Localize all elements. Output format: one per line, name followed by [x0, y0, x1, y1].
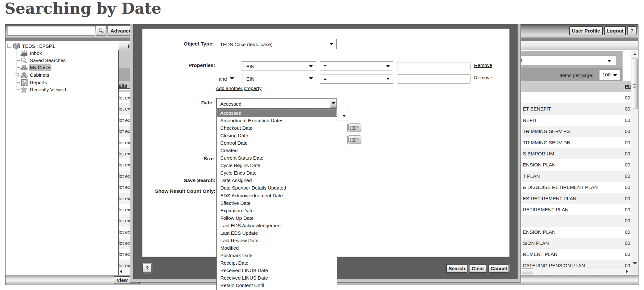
search-icon	[98, 28, 104, 34]
items-per-page-select[interactable]: 100	[599, 70, 620, 80]
date-option[interactable]: Follow Up Date	[217, 214, 337, 222]
object-type-select[interactable]: TEDS Case (teds_case)	[216, 39, 337, 49]
results-row[interactable]: SION PLAN 00	[521, 238, 631, 249]
date-option[interactable]: Date Assigned	[217, 177, 337, 184]
results-row[interactable]: RETIREMENT PLAN 00	[521, 204, 631, 215]
date-option[interactable]: Expiration Date	[217, 207, 337, 214]
result-plan-number: 00	[625, 249, 630, 260]
results-row[interactable]: ET BENEFIT 00	[521, 103, 631, 114]
logout-button[interactable]: Logout	[604, 26, 626, 35]
results-row[interactable]: TRIMMING SERV DB 00	[521, 137, 631, 148]
date-option[interactable]: Cycle Ends Date	[217, 169, 337, 177]
date-option[interactable]: EDS Acknowledgement Date	[217, 192, 337, 199]
page-title: Searching by Date	[5, 0, 161, 17]
result-plan-name: CATERING PENSION PLAN	[523, 260, 585, 268]
cancel-button[interactable]: Cancel	[488, 264, 509, 273]
results-row[interactable]: TRIMMING SERV PS 00	[521, 126, 631, 137]
results-row[interactable]: 00	[521, 92, 631, 103]
clear-button[interactable]: Clear	[469, 264, 487, 273]
date-option[interactable]: Date Sponsor Details Updated	[217, 184, 337, 191]
search-button[interactable]	[96, 26, 106, 36]
date-option[interactable]: Accessed	[217, 109, 337, 117]
scroll-up-icon[interactable]	[633, 53, 637, 55]
results-row[interactable]: ENSION PLAN 00	[521, 227, 631, 238]
results-scrollbar-thumb[interactable]	[632, 59, 638, 109]
date-property-combobox[interactable]: Accessed	[216, 98, 337, 109]
result-plan-number: 00	[625, 92, 630, 103]
date-option[interactable]: Retain Content Until	[217, 282, 337, 289]
search-submit-button[interactable]: Search	[446, 264, 468, 273]
scroll-left-icon[interactable]	[120, 270, 122, 273]
date-option[interactable]: Control Date	[217, 139, 337, 147]
results-row[interactable]: CATERING PENSION PLAN 00	[521, 260, 631, 268]
result-plan-name: ENSION PLAN	[523, 227, 556, 238]
results-row[interactable]: S EMPORIUM 00	[521, 148, 631, 159]
date-option[interactable]: Last Review Date	[217, 237, 337, 244]
tree-root-collapse-toggle[interactable]	[7, 44, 11, 48]
dialog-help-button[interactable]: ?	[142, 264, 152, 273]
date-option[interactable]: Created	[217, 147, 337, 154]
date-option[interactable]: Amendment Execution Dates	[217, 117, 337, 124]
view-button-label: View	[117, 277, 128, 283]
tree-item-cabinets[interactable]: Cabinets	[30, 72, 49, 78]
date-option[interactable]: Received LINUS Date	[217, 267, 337, 274]
calendar-button-to[interactable]	[348, 135, 361, 143]
property-value-input-2[interactable]	[397, 74, 470, 84]
date-option[interactable]: Receipt Date	[217, 259, 337, 267]
date-option[interactable]: Current Status Date	[217, 154, 337, 162]
conjunction-select[interactable]: and	[216, 74, 236, 83]
date-option[interactable]: Postmark Date	[217, 252, 337, 259]
property-select-2[interactable]: EIN	[242, 74, 316, 83]
remove-property-link-1[interactable]: Remove	[474, 62, 492, 68]
tree-item-root[interactable]: TEDS : EPSP1	[22, 43, 55, 49]
property-select-1[interactable]: EIN	[242, 61, 316, 71]
date-option[interactable]: Last EDS Acknowledgement	[217, 222, 337, 229]
results-rows: 00 ET BENEFIT 00 NEFIT 00 TRIMMING SERV …	[521, 92, 631, 268]
date-option[interactable]: Last EDS Update	[217, 229, 337, 237]
tree-item-reports[interactable]: Reports	[30, 80, 47, 85]
results-row[interactable]: REMENT PLAN 00	[521, 249, 631, 260]
help-button[interactable]: ?	[627, 26, 637, 35]
result-plan-number: 00	[625, 103, 630, 114]
results-column-header[interactable]: Pla	[521, 81, 631, 92]
show-result-count-label: Show Result Count Only:	[155, 188, 215, 194]
date-combobox-button[interactable]	[330, 99, 337, 108]
scroll-right-icon[interactable]	[626, 270, 628, 273]
add-another-property-link[interactable]: Add another property	[216, 86, 262, 91]
property-value-input-1[interactable]	[397, 62, 470, 71]
operator-select-1[interactable]: =	[320, 61, 393, 71]
result-plan-name: TRIMMING SERV PS	[523, 126, 570, 137]
result-plan-name: SION PLAN	[523, 238, 549, 249]
date-option[interactable]: Received LINUS Date	[217, 274, 337, 282]
cabinets-icon	[20, 71, 28, 79]
results-row[interactable]: ES RETIREMENT PLAN 00	[521, 193, 631, 204]
search-input[interactable]	[7, 26, 95, 36]
results-row[interactable]: T PLAN 00	[521, 171, 631, 182]
operator-select-2[interactable]: =	[320, 74, 393, 84]
logout-label: Logout	[607, 28, 624, 34]
remove-property-link-2[interactable]: Remove	[474, 75, 492, 80]
result-plan-number: 00	[625, 126, 630, 137]
results-row[interactable]: 00	[521, 215, 631, 226]
results-row[interactable]: NEFIT 00	[521, 115, 631, 126]
date-option[interactable]: Modified	[217, 244, 337, 252]
result-plan-number: 00	[625, 137, 630, 148]
tree-item-inbox[interactable]: Inbox	[30, 50, 42, 56]
date-option[interactable]: Cycle Begins Date	[217, 162, 337, 169]
results-row[interactable]: & DISGUISE RETIREMENT PLAN 00	[521, 182, 631, 193]
date-option[interactable]: Checkout Date	[217, 124, 337, 132]
results-row[interactable]: ENSION PLAN 00	[521, 159, 631, 170]
tree-item-saved-searches[interactable]: Saved Searches	[30, 58, 66, 63]
tree-item-recently-viewed[interactable]: Recently Viewed	[30, 87, 66, 92]
date-option[interactable]: Closing Date	[217, 132, 337, 139]
help-label: ?	[630, 28, 633, 34]
scroll-down-icon[interactable]	[633, 262, 637, 265]
date-option[interactable]: Effective Date	[217, 199, 337, 207]
results-horizontal-scrollbar[interactable]	[521, 268, 631, 275]
results-filter-select[interactable]: All	[521, 56, 616, 65]
tree-cabinets-expand-toggle[interactable]	[15, 73, 19, 77]
calendar-button-from[interactable]	[348, 123, 361, 131]
tree-item-my-cases[interactable]: My Cases	[30, 65, 52, 70]
user-profile-button[interactable]: User Profile	[569, 26, 603, 35]
results-hscrollbar-thumb[interactable]	[522, 268, 533, 274]
